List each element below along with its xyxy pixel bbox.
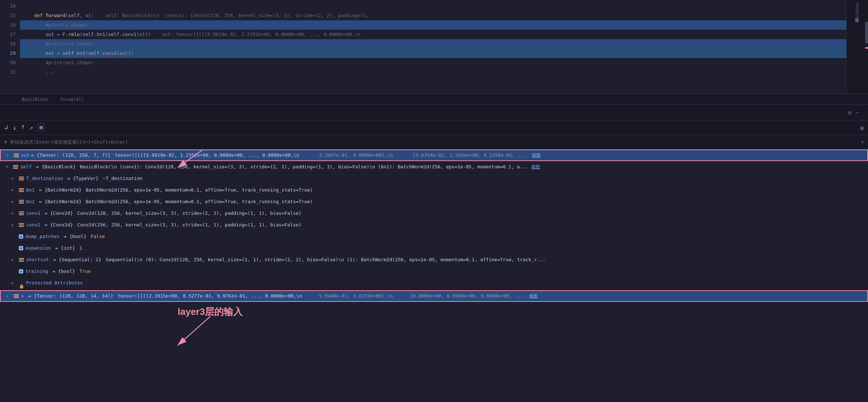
var-icon-tdest	[19, 177, 24, 180]
line-num-25: 25	[4, 11, 16, 20]
toolbar-right: ▦	[861, 125, 864, 131]
expand-shortcut-btn[interactable]: ▶	[12, 254, 17, 266]
var-icon-bn1	[19, 188, 24, 192]
app-container: 24 25 26 27 28 29 30 31 def forward(self…	[0, 0, 868, 402]
var-equals-tdest: = {TypeVar}	[65, 173, 102, 184]
code-line-29: out = self.bn2(self.conv2(out))	[20, 49, 846, 58]
breadcrumb-separator: ›	[53, 97, 55, 102]
var-value3-out: [3.6354e-02, 1.2434e+00, 4.1550e-01, ...…	[393, 149, 529, 161]
line-numbers: 24 25 26 27 28 29 30 31	[0, 0, 20, 94]
var-value-training: True	[79, 266, 91, 277]
expand-tdest-btn[interactable]: ▶	[12, 173, 17, 184]
var-value2-out: 2.3667e-01, 0.0000e+00],\n	[299, 149, 393, 161]
var-value-bn1: BatchNorm2d(256, eps=1e-05, momentum=0.1…	[86, 184, 313, 196]
var-row-out[interactable]: ▶ out = {Tensor: (128, 256, 7, 7)} tenso…	[0, 149, 868, 161]
line-num-29: 29	[4, 49, 16, 58]
line-num-31: 31	[4, 67, 16, 77]
var-icon-x	[14, 294, 19, 298]
layer3-label: layer3层的输入	[178, 305, 243, 318]
step-out-icon[interactable]: ↓	[21, 124, 25, 131]
lock-icon: 🔒	[19, 280, 24, 286]
expand-x-btn[interactable]: ▶	[7, 290, 12, 302]
var-name-expansion: expansion	[25, 242, 51, 254]
var-equals-x: = {Tensor: (128, 128, 14, 14)}	[25, 290, 113, 302]
code-line-31: ...	[20, 67, 846, 77]
var-equals-shortcut: = {Sequential: 2}	[50, 254, 104, 266]
var-value-conv2: Conv2d(256, 256, kernel_size=(3, 3), str…	[77, 219, 301, 231]
var-row-conv1[interactable]: ▶ conv1 = {Conv2d} Conv2d(128, 256, kern…	[0, 208, 868, 219]
code-content: def forward(self, x): self: BasicBlock(\…	[20, 0, 846, 94]
var-row-protected[interactable]: ▶ 🔒 Protected Attributes	[0, 277, 868, 289]
var-equals-self: = {BasicBlock}	[33, 161, 78, 173]
var-row-bn2[interactable]: ▶ bn2 = {BatchNorm2d} BatchNorm2d(256, e…	[0, 196, 868, 208]
var-row-x[interactable]: ▶ x = {Tensor: (128, 128, 14, 14)} tenso…	[0, 290, 868, 302]
expand-self-btn[interactable]: ▼	[6, 161, 12, 173]
var-name-conv1: conv1	[26, 208, 40, 219]
var-link-x[interactable]: 视图	[529, 290, 538, 302]
code-line-24	[20, 1, 846, 11]
var-row-bn1[interactable]: ▶ bn1 = {BatchNorm2d} BatchNorm2d(256, e…	[0, 184, 868, 196]
code-line-25: def forward(self, x): self: BasicBlock(\…	[20, 11, 846, 20]
svg-line-3	[178, 316, 210, 345]
var-icon-shortcut	[19, 258, 24, 262]
breadcrumb-class: BasicBlock	[22, 97, 48, 102]
var-icon-self	[13, 165, 18, 169]
var-name-self: self	[20, 161, 32, 173]
var-row-training[interactable]: o training = {bool} True	[0, 266, 868, 277]
var-value-expansion: 1	[79, 242, 82, 254]
line-num-26: 26	[4, 20, 16, 30]
sciview-label[interactable]: ScIView	[854, 0, 860, 22]
table-view-icon[interactable]: ⊞	[37, 123, 45, 132]
expand-conv1-btn[interactable]: ▶	[12, 208, 17, 219]
layer-view-label[interactable]: 层视图	[854, 22, 861, 28]
var-value3-x: [0.0000e+00, 0.0000e+00, 0.0000e+00, ...…	[393, 290, 526, 302]
var-row-self[interactable]: ▼ self = {BasicBlock} BasicBlock(\n (con…	[0, 161, 868, 173]
var-icon-conv2	[19, 223, 24, 227]
editor-right-sidebar: ScIView 层视图	[846, 0, 868, 94]
layout-icon[interactable]: ▦	[861, 125, 864, 131]
expression-input[interactable]	[10, 139, 859, 145]
var-link-self[interactable]: 视图	[531, 161, 540, 173]
expand-out-btn[interactable]: ▶	[7, 149, 12, 161]
expand-bn1-btn[interactable]: ▶	[12, 184, 17, 196]
var-value-dump: False	[91, 231, 105, 242]
minimize-icon[interactable]: −	[856, 109, 859, 116]
var-row-expansion[interactable]: o expansion = {int} 1	[0, 242, 868, 254]
var-value-out: tensor([[[[5.9819e-02, 1.2352e+00, 0.000…	[112, 149, 299, 161]
expand-protected-btn[interactable]: ▶	[12, 277, 17, 289]
dropdown-arrow[interactable]: ▼	[861, 140, 864, 144]
var-row-shortcut[interactable]: ▶ shortcut = {Sequential: 2} Sequential(…	[0, 254, 868, 266]
step-back-icon[interactable]: ↗	[29, 124, 33, 131]
var-name-shortcut: shortcut	[26, 254, 49, 266]
breadcrumb-bar: BasicBlock › forward()	[0, 94, 868, 104]
debug-panel: ↱ ↓ ↓ ↗ ⊞ ▦ ▼ ▼ ▶ out = {Te	[0, 120, 868, 402]
panel-divider: ⚙ −	[0, 105, 868, 120]
var-name-protected: Protected Attributes	[26, 277, 83, 289]
var-value-shortcut: Sequential(\n (0): Conv2d(128, 256, kern…	[106, 254, 545, 266]
var-row-tdestination[interactable]: ▶ T_destination = {TypeVar} ~T_destinati…	[0, 173, 868, 184]
code-line-27: out = F.relu(self.bn1(self.conv1(x))) ou…	[20, 30, 846, 39]
kw-def: def	[34, 13, 45, 18]
step-into-icon[interactable]: ↱	[4, 124, 8, 131]
code-line-26: #print(x.shape)	[20, 20, 846, 30]
var-row-conv2[interactable]: ▶ conv2 = {Conv2d} Conv2d(256, 256, kern…	[0, 219, 868, 231]
var-value-self: BasicBlock(\n (conv1): Conv2d(128, 256, …	[80, 161, 529, 173]
collapse-arrow[interactable]: ▼	[4, 140, 7, 145]
code-line-28: #print(out.shape)	[20, 39, 846, 49]
var-name-bn2: bn2	[26, 196, 34, 208]
expand-conv2-btn[interactable]: ▶	[12, 219, 17, 231]
var-row-dump-patches[interactable]: o dump_patches = {bool} False	[0, 231, 868, 242]
var-equals-expansion: = {int}	[52, 242, 78, 254]
var-name-out: out	[21, 149, 29, 161]
line-num-24: 24	[4, 1, 16, 11]
settings-icon[interactable]: ⚙	[848, 109, 852, 116]
scrollbar-thumb[interactable]	[865, 22, 868, 44]
step-over-icon[interactable]: ↓	[13, 124, 17, 131]
var-value2-x: 5.0440e-01, 3.8233e+00],\n	[302, 290, 393, 302]
var-link-out[interactable]: 视图	[532, 149, 541, 161]
var-name-x: x	[21, 290, 24, 302]
variables-container: ▶ out = {Tensor: (128, 256, 7, 7)} tenso…	[0, 149, 868, 402]
expand-bn2-btn[interactable]: ▶	[12, 196, 17, 208]
line-num-28: 28	[4, 39, 16, 49]
error-marker	[865, 47, 868, 49]
